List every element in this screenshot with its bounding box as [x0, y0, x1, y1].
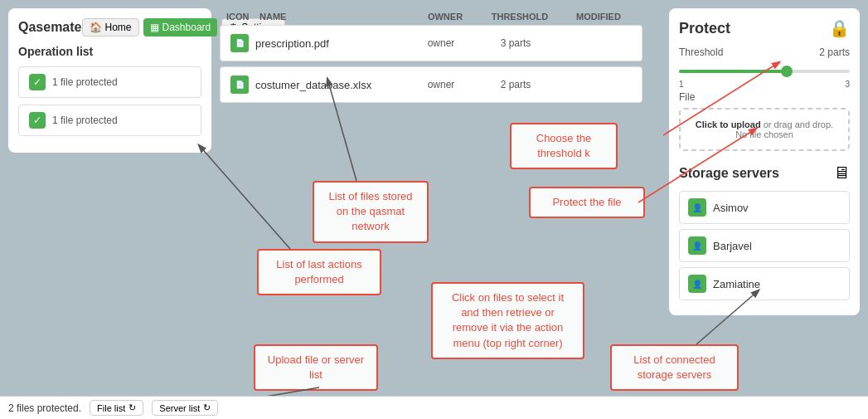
- annotation-last-actions: List of last actions performed: [257, 249, 381, 295]
- file-name-1: prescription.pdf: [255, 37, 408, 50]
- server-icon-2: 👤: [688, 236, 706, 255]
- col-threshold: THRESHOLD: [478, 12, 561, 22]
- refresh-icon-servers: ↻: [203, 402, 211, 413]
- refresh-icon-files: ↻: [129, 402, 136, 413]
- slider-fill: [679, 70, 790, 73]
- slider-thumb[interactable]: [781, 66, 793, 77]
- no-file-text: No file chosen: [735, 129, 793, 139]
- home-icon: 🏠: [90, 22, 102, 33]
- col-owner: OWNER: [412, 12, 478, 22]
- threshold-label: Threshold: [679, 46, 723, 58]
- server-icon-3: 👤: [688, 275, 706, 293]
- file-threshold-2: 2 parts: [474, 79, 557, 90]
- server-item-2[interactable]: 👤 Barjavel: [679, 229, 850, 262]
- bottom-status: 2 files protected.: [8, 402, 81, 414]
- annotation-files-stored: List of files stored on the qasmat netwo…: [313, 181, 429, 243]
- slider-max-label: 3: [845, 80, 850, 89]
- file-upload-box[interactable]: Click to upload or drag and drop. No fil…: [679, 108, 850, 151]
- operation-item-1: ✓ 1 file protected: [18, 66, 201, 98]
- operation-list-title: Operation list: [18, 45, 201, 58]
- annotation-upload-file: Upload file or server list: [254, 344, 378, 391]
- file-icon-2: 📄: [230, 76, 249, 94]
- slider-min-label: 1: [679, 80, 684, 89]
- app-title: Qasemate: [18, 20, 82, 35]
- col-name: NAME: [259, 12, 412, 22]
- grid-icon: ▦: [150, 22, 159, 33]
- file-list-button[interactable]: File list ↻: [90, 400, 143, 416]
- annotation-click-files: Click on files to select it and then ret…: [431, 282, 584, 359]
- dashboard-button[interactable]: ▦ Dashboard: [143, 18, 218, 37]
- annotation-connected-servers: List of connected storage servers: [610, 344, 739, 391]
- bottom-bar: 2 files protected. File list ↻ Server li…: [0, 396, 868, 419]
- file-owner-1: owner: [408, 37, 474, 49]
- storage-panel: Storage servers 🖥 👤 Asimov 👤 Barjavel 👤 …: [669, 153, 860, 315]
- lock-icon: 🔒: [829, 18, 850, 38]
- upload-suffix: or drag and drop.: [764, 119, 833, 129]
- file-table-header: ICON NAME OWNER THRESHOLD MODIFIED: [220, 8, 643, 25]
- operation-label-2: 1 file protected: [52, 114, 118, 126]
- server-name-1: Asimov: [713, 202, 749, 214]
- protect-header: Protect 🔒: [679, 18, 850, 38]
- upload-link[interactable]: Click to upload: [696, 119, 761, 129]
- svg-line-1: [199, 145, 290, 249]
- check-icon-1: ✓: [29, 74, 46, 90]
- operation-item-2: ✓ 1 file protected: [18, 105, 201, 136]
- check-icon-2: ✓: [29, 112, 46, 129]
- file-icon-1: 📄: [230, 34, 249, 52]
- server-item-3[interactable]: 👤 Zamiatine: [679, 267, 850, 300]
- protect-title: Protect: [679, 20, 730, 37]
- file-owner-2: owner: [408, 79, 474, 90]
- file-threshold-1: 3 parts: [474, 37, 557, 49]
- sidebar-header: Qasemate 🏠 Home ▦ Dashboard ⚙ Settings: [18, 18, 201, 37]
- threshold-row: Threshold 2 parts: [679, 46, 850, 58]
- threshold-value: 2 parts: [819, 46, 850, 58]
- file-row-1[interactable]: 📄 prescription.pdf owner 3 parts: [220, 25, 643, 61]
- main-file-area: ICON NAME OWNER THRESHOLD MODIFIED 📄 pre…: [220, 8, 643, 108]
- storage-title: Storage servers: [679, 166, 779, 181]
- file-name-2: costumer_database.xlsx: [255, 79, 408, 91]
- server-name-3: Zamiatine: [713, 278, 760, 290]
- file-section-label: File: [679, 91, 850, 103]
- threshold-slider-container: 1 3: [679, 63, 850, 80]
- annotation-choose-threshold: Choose the threshold k: [510, 123, 618, 169]
- server-list-button[interactable]: Server list ↻: [152, 400, 218, 416]
- home-button[interactable]: 🏠 Home: [82, 18, 139, 37]
- server-icon-1: 👤: [688, 198, 706, 217]
- file-row-2[interactable]: 📄 costumer_database.xlsx owner 2 parts: [220, 66, 643, 103]
- server-name-2: Barjavel: [713, 240, 752, 252]
- col-modified: MODIFIED: [561, 12, 636, 22]
- operation-label-1: 1 file protected: [52, 76, 118, 88]
- servers-icon: 🖥: [833, 163, 850, 183]
- annotation-protect-file: Protect the file: [529, 187, 645, 218]
- server-item-1[interactable]: 👤 Asimov: [679, 191, 850, 224]
- storage-header: Storage servers 🖥: [679, 163, 850, 183]
- col-icon: ICON: [226, 12, 259, 22]
- sidebar: Qasemate 🏠 Home ▦ Dashboard ⚙ Settings O…: [8, 8, 211, 153]
